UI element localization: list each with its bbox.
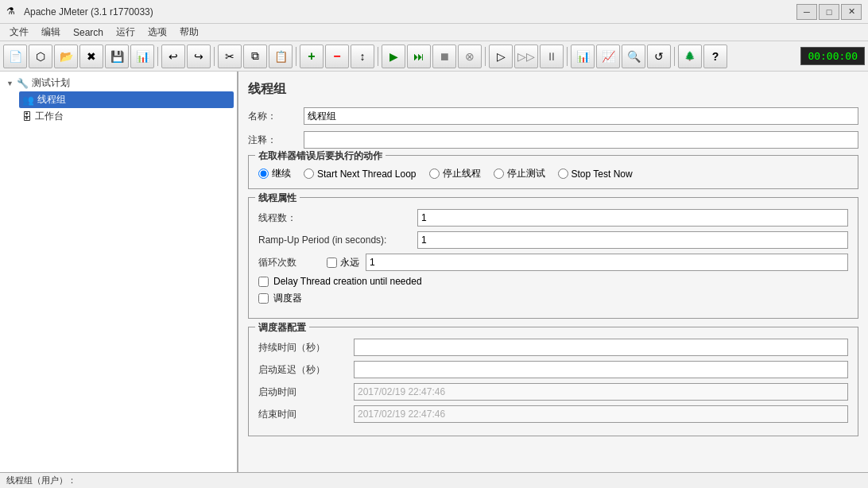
ramp-row: Ramp-Up Period (in seconds): (258, 231, 848, 249)
thread-count-input[interactable] (417, 209, 848, 227)
stop-test-now-radio[interactable] (558, 168, 568, 179)
menu-help[interactable]: 帮助 (173, 24, 205, 41)
aggregate2-button[interactable]: 📈 (596, 45, 620, 68)
close-button2[interactable]: ✖ (79, 45, 103, 68)
start-time-label: 启动时间 (258, 385, 354, 399)
minimize-button[interactable]: ─ (796, 4, 817, 20)
maximize-button[interactable]: □ (819, 4, 839, 20)
help-tree-button[interactable]: 🌲 (678, 45, 702, 68)
elapsed-time: 00:00:00 (800, 47, 865, 65)
stop-thread-label: 停止线程 (443, 167, 481, 180)
tree-item-test-plan[interactable]: ▼ 🔧 测试计划 (3, 75, 234, 91)
expand-icon: ▼ (6, 79, 14, 87)
run-button[interactable]: ▶ (382, 45, 405, 68)
copy-button[interactable]: ⧉ (243, 45, 267, 68)
new-button[interactable]: 📄 (3, 45, 27, 68)
delay-thread-row[interactable]: Delay Thread creation until needed (258, 276, 848, 287)
scheduler-row[interactable]: 调度器 (258, 292, 848, 305)
shutdown-button[interactable]: ⊗ (458, 45, 482, 68)
scheduler-checkbox[interactable] (258, 293, 269, 304)
add-button[interactable]: + (300, 45, 324, 68)
thread-count-label: 线程数： (258, 211, 417, 225)
template-button[interactable]: ⬡ (29, 45, 52, 68)
error-action-options: 继续 Start Next Thread Loop 停止线程 停止测试 Stop… (258, 167, 848, 180)
name-input[interactable] (304, 107, 858, 125)
continue-label: 继续 (272, 167, 291, 180)
separator-1 (157, 47, 158, 66)
start-no-pause-button[interactable]: ⏭ (407, 45, 431, 68)
forever-checkbox[interactable] (327, 258, 337, 268)
continue-radio[interactable] (258, 168, 269, 179)
remote-start-button[interactable]: ▷ (489, 45, 513, 68)
tree-item-work-bench[interactable]: 🗄 工作台 (19, 108, 234, 125)
reset-button[interactable]: ↺ (647, 45, 671, 68)
stop-thread-option[interactable]: 停止线程 (429, 167, 481, 180)
stop-test-now-option[interactable]: Stop Test Now (558, 168, 633, 180)
menubar: 文件 编辑 Search 运行 选项 帮助 (0, 24, 868, 41)
menu-run[interactable]: 运行 (110, 24, 141, 41)
save-button[interactable]: 💾 (105, 45, 129, 68)
remote-start-all-button[interactable]: ▷▷ (514, 45, 538, 68)
menu-search[interactable]: Search (67, 25, 110, 40)
continue-option[interactable]: 继续 (258, 167, 291, 180)
start-next-radio[interactable] (304, 168, 314, 179)
redo-button[interactable]: ↪ (187, 45, 211, 68)
thread-group-icon: 👥 (22, 95, 34, 106)
stop-thread-radio[interactable] (429, 168, 440, 179)
help-button[interactable]: ? (703, 45, 727, 68)
menu-options[interactable]: 选项 (141, 24, 173, 41)
right-panel: 线程组 名称： 注释： 在取样器错误后要执行的动作 继续 Start Next … (238, 72, 868, 472)
forever-label: 永远 (340, 256, 359, 269)
ramp-label: Ramp-Up Period (in seconds): (258, 234, 417, 246)
start-next-option[interactable]: Start Next Thread Loop (304, 168, 417, 180)
delay-thread-checkbox[interactable] (258, 277, 269, 287)
cut-button[interactable]: ✂ (218, 45, 242, 68)
thread-count-row: 线程数： (258, 209, 848, 227)
comment-row: 注释： (248, 131, 858, 149)
paste-button[interactable]: 📋 (269, 45, 293, 68)
work-bench-label: 工作台 (35, 110, 64, 123)
stop-test-radio[interactable] (494, 168, 504, 179)
ramp-input[interactable] (417, 231, 848, 249)
remove-button[interactable]: − (325, 45, 349, 68)
start-time-input[interactable] (354, 383, 848, 401)
left-panel: ▼ 🔧 测试计划 👥 线程组 🗄 工作台 (0, 72, 238, 472)
test-plan-label: 测试计划 (32, 76, 70, 90)
separator-4 (378, 47, 378, 66)
comment-input[interactable] (304, 131, 858, 149)
end-time-label: 结束时间 (258, 408, 354, 421)
stop-button[interactable]: ⏹ (432, 45, 456, 68)
stop-test-label: 停止测试 (507, 167, 545, 180)
loop-row: 循环次数 永远 (258, 254, 848, 271)
undo-button[interactable]: ↩ (161, 45, 185, 68)
close-button[interactable]: ✕ (841, 4, 862, 20)
tree-item-thread-group[interactable]: 👥 线程组 (19, 91, 234, 108)
loop-label: 循环次数 (258, 256, 322, 269)
separator-6 (567, 47, 568, 66)
end-time-input[interactable] (354, 405, 848, 423)
save-as-button[interactable]: 📊 (130, 45, 154, 68)
thread-props-group: 线程属性 线程数： Ramp-Up Period (in seconds): 循… (248, 197, 858, 319)
menu-file[interactable]: 文件 (3, 24, 35, 41)
open-button[interactable]: 📂 (54, 45, 78, 68)
menu-edit[interactable]: 编辑 (35, 24, 67, 41)
clear-button[interactable]: ↕ (351, 45, 374, 68)
name-row: 名称： (248, 107, 858, 125)
startup-delay-input[interactable] (354, 361, 848, 378)
loop-input[interactable] (366, 254, 848, 271)
tree-indent-1: 👥 线程组 🗄 工作台 (3, 91, 234, 125)
forever-option[interactable]: 永远 (327, 256, 359, 269)
titlebar: ⚗ Apache JMeter (3.1 r1770033) ─ □ ✕ (0, 0, 868, 24)
panel-title: 线程组 (248, 81, 858, 98)
end-time-row: 结束时间 (258, 405, 848, 423)
stop-test-option[interactable]: 停止测试 (494, 167, 545, 180)
separator-2 (214, 47, 215, 66)
remote-stop-all-button[interactable]: ⏸ (540, 45, 564, 68)
delay-thread-label: Delay Thread creation until needed (273, 276, 422, 287)
duration-input[interactable] (354, 339, 848, 356)
thread-group-label: 线程组 (37, 93, 66, 107)
search-results-button[interactable]: 🔍 (622, 45, 645, 68)
aggregate-button[interactable]: 📊 (571, 45, 595, 68)
error-action-group: 在取样器错误后要执行的动作 继续 Start Next Thread Loop … (248, 155, 858, 189)
statusbar: 线程组（用户）： (0, 472, 868, 488)
